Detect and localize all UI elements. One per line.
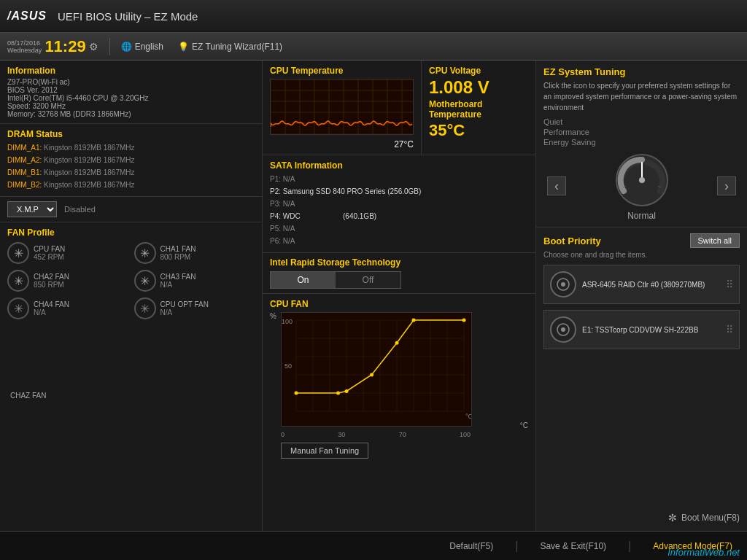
ez-wizard-btn[interactable]: 💡 EZ Tuning Wizard(F11) <box>178 42 282 52</box>
tuning-opt-performance[interactable]: Performance <box>543 128 740 136</box>
boot-item-2[interactable]: E1: TSSTcorp CDDVDW SH-222BB ⠿ <box>543 310 740 349</box>
boot-item-1-handle: ⠿ <box>726 279 733 290</box>
boot-item-2-icon <box>550 316 576 343</box>
lightbulb-icon: 💡 <box>178 42 189 52</box>
boot-item-1-label: ASR-6405 RAID Ctlr #0 (3809270MB) <box>582 281 726 289</box>
mb-temp-title: Motherboard Temperature <box>429 99 528 120</box>
sata-p4: P4: WDC (640.1GB) <box>270 210 528 222</box>
fan-item-cha1: ✳ CHA1 FAN800 RPM <box>134 242 255 264</box>
app-title: UEFI BIOS Utility – EZ Mode <box>58 10 198 23</box>
sata-p6: P6: N/A <box>270 235 528 247</box>
cpu-temp-title: CPU Temperature <box>270 66 414 76</box>
boot-item-2-handle: ⠿ <box>726 324 733 335</box>
mb-temp-value: 35°C <box>429 121 528 140</box>
info-cpu: Intel(R) Core(TM) i5-4460 CPU @ 3.20GHz <box>7 94 255 102</box>
default-btn[interactable]: Default(F5) <box>449 541 493 551</box>
asus-logo: /ASUS <box>7 9 47 23</box>
dram-section: DRAM Status DIMM_A1: Kingston 8192MB 186… <box>0 124 262 197</box>
dimm-b2: DIMM_B2: Kingston 8192MB 1867MHz <box>7 179 255 191</box>
right-panel: EZ System Tuning Click the icon to speci… <box>535 61 747 531</box>
header: /ASUS UEFI BIOS Utility – EZ Mode <box>0 0 747 33</box>
sata-p5: P5: N/A <box>270 222 528 235</box>
info-model: Z97-PRO(Wi-Fi ac) <box>7 78 255 86</box>
fan-icon-cpu: ✳ <box>7 242 29 264</box>
fan-icon-cha2: ✳ <box>7 270 29 292</box>
switch-all-btn[interactable]: Switch all <box>690 233 740 248</box>
xmp-value: Disabled <box>64 205 96 214</box>
fan-rpm-cpu: 452 RPM <box>34 253 65 261</box>
language-label: English <box>135 42 163 52</box>
boot-desc: Choose one and drag the items. <box>543 251 740 259</box>
rst-off-btn[interactable]: Off <box>336 272 400 288</box>
fan-name-cha2: CHA2 FAN <box>34 273 69 281</box>
cpu-voltage-title: CPU Voltage <box>429 66 528 76</box>
tuning-opt-energy[interactable]: Energy Saving <box>543 138 740 147</box>
ez-tuning-section: EZ System Tuning Click the icon to speci… <box>536 61 747 228</box>
fan-name-cha4: CHA4 FAN <box>34 300 69 308</box>
fan-item-cpu: ✳ CPU FAN452 RPM <box>7 242 128 264</box>
fan-item-cha3: ✳ CHA3 FANN/A <box>134 270 255 292</box>
cpu-fan-section: CPU FAN % °C 03070100 Manual Fan Tuning <box>263 294 535 531</box>
tuning-opt-quiet[interactable]: Quiet <box>543 117 740 126</box>
fan-icon-cha1: ✳ <box>134 242 156 264</box>
boot-item-1[interactable]: ASR-6405 RAID Ctlr #0 (3809270MB) ⠿ <box>543 265 740 304</box>
fan-item-cpuopt: ✳ CPU OPT FANN/A <box>134 298 255 319</box>
fan-name-cha1: CHA1 FAN <box>160 245 196 253</box>
fan-rpm-cha1: 800 RPM <box>160 253 196 261</box>
tuning-next-btn[interactable]: › <box>717 176 736 195</box>
snowflake-icon: ✼ <box>668 512 677 524</box>
language-btn[interactable]: 🌐 English <box>121 42 163 52</box>
rst-section: Intel Rapid Storage Technology On Off <box>263 253 535 294</box>
info-memory: Memory: 32768 MB (DDR3 1866MHz) <box>7 110 255 118</box>
boot-menu-btn[interactable]: ✼ Boot Menu(F8) <box>668 512 740 524</box>
sata-p3: P3: N/A <box>270 198 528 210</box>
ez-tuning-desc: Click the icon to specify your preferred… <box>543 80 740 113</box>
manual-fan-btn[interactable]: Manual Fan Tuning <box>281 443 368 459</box>
fan-rpm-cpuopt: N/A <box>160 308 209 316</box>
svg-point-6 <box>561 282 565 287</box>
cpu-fan-title: CPU FAN <box>270 299 528 309</box>
save-exit-btn[interactable]: Save & Exit(F10) <box>540 541 606 551</box>
gear-icon[interactable]: ⚙ <box>89 41 98 52</box>
ez-wizard-label: EZ Tuning Wizard(F11) <box>192 42 282 52</box>
x-axis-label: °C <box>520 421 528 429</box>
cpu-fan-canvas <box>281 312 472 427</box>
chaz-fan-label: CHAZ FAN <box>10 392 46 400</box>
boot-item-2-label: E1: TSSTcorp CDDVDW SH-222BB <box>582 326 726 334</box>
info-title: Information <box>7 66 255 76</box>
fan-name-cpuopt: CPU OPT FAN <box>160 300 209 308</box>
toolbar: 08/17/2016 Wednesday 11:29 ⚙ 🌐 English 💡… <box>0 33 747 61</box>
xmp-select[interactable]: X.M.P <box>7 201 57 217</box>
sata-p2: P2: Samsung SSD 840 PRO Series (256.0GB) <box>270 185 528 198</box>
rst-title: Intel Rapid Storage Technology <box>270 257 528 268</box>
fan-name-cpu: CPU FAN <box>34 245 65 253</box>
left-panel: Information Z97-PRO(Wi-Fi ac) BIOS Ver. … <box>0 61 263 531</box>
time-display: 11:29 <box>44 37 85 56</box>
info-section: Information Z97-PRO(Wi-Fi ac) BIOS Ver. … <box>0 61 262 124</box>
fan-item-cha4: ✳ CHA4 FANN/A <box>7 298 128 319</box>
rst-on-btn[interactable]: On <box>271 272 336 288</box>
svg-point-2 <box>639 177 645 183</box>
cpu-temp-section: CPU Temperature 27°C <box>263 61 422 155</box>
tuning-prev-btn[interactable]: ‹ <box>547 176 566 195</box>
toolbar-separator <box>109 38 110 55</box>
dram-title: DRAM Status <box>7 129 255 139</box>
cpu-temp-value: 27°C <box>270 139 414 149</box>
fan-icon-cha3: ✳ <box>134 270 156 292</box>
y-axis-label: % <box>270 312 276 320</box>
sata-title: SATA Information <box>270 160 528 171</box>
sata-p1: P1: N/A <box>270 173 528 185</box>
boot-title: Boot Priority <box>543 236 601 246</box>
boot-priority-section: Boot Priority Switch all Choose one and … <box>536 228 747 531</box>
tuning-current: Normal <box>627 211 656 221</box>
fan-rpm-cha2: 850 RPM <box>34 281 69 289</box>
svg-point-8 <box>561 327 565 332</box>
dimm-a1: DIMM_A1: Kingston 8192MB 1867MHz <box>7 141 255 154</box>
fan-section: FAN Profile ✳ CPU FAN452 RPM ✳ CHA1 FAN8… <box>0 222 262 531</box>
xmp-section: X.M.P Disabled <box>0 197 262 222</box>
globe-icon: 🌐 <box>121 42 132 52</box>
bottom-bar: Default(F5) | Save & Exit(F10) | Advance… <box>0 531 747 560</box>
center-panel: CPU Temperature 27°C CPU Voltage 1.008 V… <box>263 61 535 531</box>
cpu-temp-graph <box>270 79 414 135</box>
info-speed: Speed: 3200 MHz <box>7 102 255 110</box>
